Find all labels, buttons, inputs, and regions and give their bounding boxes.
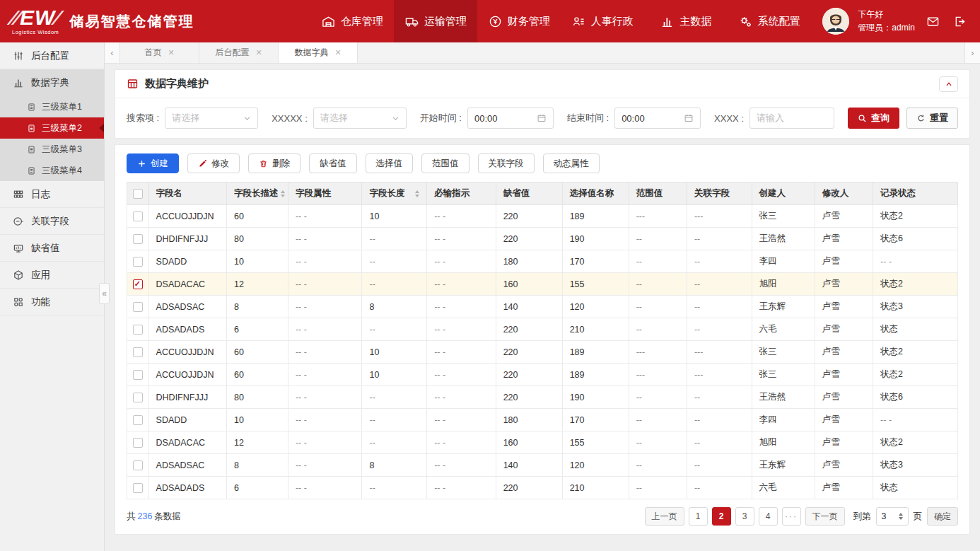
confirm-button[interactable]: 确定 xyxy=(927,507,958,526)
warehouse-icon xyxy=(322,15,335,28)
sidebar-subitem-menu4[interactable]: 三级菜单4 xyxy=(0,160,104,181)
table-cell: 状态2 xyxy=(873,273,958,296)
nav-item-finance[interactable]: 财务管理 xyxy=(477,0,561,42)
close-icon[interactable]: ✕ xyxy=(168,48,174,57)
table-cell: DHDIFNFJJJ xyxy=(148,228,226,250)
reset-button[interactable]: 重置 xyxy=(906,108,958,129)
tab-scroll-left[interactable]: ‹ xyxy=(105,42,120,63)
logout-button[interactable] xyxy=(950,12,969,30)
page-ellipsis[interactable]: ··· xyxy=(782,507,801,526)
column-header[interactable]: 创建人 xyxy=(752,182,815,205)
data-table: 字段名 字段长描述 字段属性 字段长度 必输指示 缺省值 选择值名称 范围值 关… xyxy=(127,182,958,499)
sidebar-subitem-menu2[interactable]: 三级菜单2 xyxy=(0,117,104,139)
row-checkbox[interactable] xyxy=(133,393,143,402)
default-value-button[interactable]: 缺省值 xyxy=(309,153,357,173)
nav-item-hr[interactable]: 人事行政 xyxy=(561,0,644,42)
close-icon[interactable]: ✕ xyxy=(334,48,341,57)
column-header[interactable]: 必输指示 xyxy=(427,182,496,205)
row-checkbox[interactable] xyxy=(133,460,143,470)
tab-label: 数据字典 xyxy=(294,47,328,59)
start-time-field: 开始时间 : 00:00 xyxy=(420,108,554,129)
tab-scroll-right[interactable]: › xyxy=(964,42,980,63)
page-button-1[interactable]: 1 xyxy=(689,507,708,526)
create-button[interactable]: 创建 xyxy=(127,153,179,173)
page-button-3[interactable]: 3 xyxy=(735,507,754,526)
column-header[interactable]: 字段长度 xyxy=(362,182,427,205)
table-cell: 170 xyxy=(562,409,629,431)
query-button[interactable]: 查询 xyxy=(848,108,899,129)
tab-backend-config[interactable]: 后台配置 ✕ xyxy=(199,42,279,63)
sidebar-subitem-menu1[interactable]: 三级菜单1 xyxy=(0,96,104,117)
row-checkbox[interactable] xyxy=(133,325,143,335)
column-header[interactable]: 记录状态 xyxy=(873,182,958,205)
page-number-stepper[interactable]: 3 xyxy=(876,507,909,526)
close-icon[interactable]: ✕ xyxy=(255,48,262,57)
start-time-input[interactable]: 00:00 xyxy=(467,108,554,129)
stepper-arrows-icon[interactable] xyxy=(899,513,903,520)
row-checkbox[interactable] xyxy=(133,347,143,357)
column-header[interactable]: 范围值 xyxy=(629,182,687,205)
select-all-checkbox[interactable] xyxy=(133,189,143,199)
nav-item-transport[interactable]: 运输管理 xyxy=(394,0,477,42)
row-checkbox[interactable] xyxy=(133,257,143,267)
app-title: 储易智慧仓储管理 xyxy=(69,12,194,31)
row-checkbox-cell xyxy=(127,431,149,454)
end-time-input[interactable]: 00:00 xyxy=(614,108,701,129)
nav-item-masterdata[interactable]: 主数据 xyxy=(644,0,728,42)
table-cell: -- xyxy=(629,409,687,431)
row-checkbox[interactable] xyxy=(133,370,143,380)
sidebar-subitem-menu3[interactable]: 三级菜单3 xyxy=(0,139,104,160)
tab-home[interactable]: 首页 ✕ xyxy=(120,42,199,63)
sidebar-item-functions[interactable]: 功能 xyxy=(0,289,104,315)
delete-button[interactable]: 删除 xyxy=(248,153,301,173)
modify-button[interactable]: 修改 xyxy=(187,153,240,173)
row-checkbox[interactable] xyxy=(133,211,143,221)
row-checkbox[interactable] xyxy=(133,415,143,425)
column-header[interactable]: 字段名 xyxy=(148,182,226,205)
sidebar-item-logs[interactable]: 日志 xyxy=(0,181,104,208)
column-header[interactable]: 选择值名称 xyxy=(562,182,629,205)
column-header[interactable]: 字段长描述 xyxy=(226,182,288,205)
nav-item-warehouse[interactable]: 仓库管理 xyxy=(310,0,394,42)
table-cell: 王东辉 xyxy=(752,454,815,477)
xxxx-input[interactable]: 请输入 xyxy=(749,108,834,129)
row-checkbox[interactable] xyxy=(133,438,143,448)
sidebar-item-data-dictionary[interactable]: 数据字典 xyxy=(0,69,104,96)
next-page-button[interactable]: 下一页 xyxy=(805,507,845,526)
default-value-label: 缺省值 xyxy=(320,158,346,170)
app-icon xyxy=(13,269,24,281)
table-cell: -- xyxy=(629,431,687,454)
sidebar-item-backend-config[interactable]: 后台配置 xyxy=(0,42,104,69)
sidebar-collapse-handle[interactable]: « xyxy=(99,283,110,304)
table-cell: -- xyxy=(687,431,752,454)
related-field-button[interactable]: 关联字段 xyxy=(478,153,535,173)
prev-page-button[interactable]: 上一页 xyxy=(645,507,684,526)
page-button-2[interactable]: 2 xyxy=(712,507,731,526)
column-header[interactable]: 关联字段 xyxy=(687,182,752,205)
row-checkbox[interactable] xyxy=(133,234,143,244)
main-area: ‹ 首页 ✕ 后台配置 ✕ 数据字典 ✕ › xyxy=(105,42,980,551)
row-checkbox[interactable] xyxy=(133,483,143,493)
sidebar-item-application[interactable]: 应用 xyxy=(0,262,104,289)
sidebar-item-default-value[interactable]: 缺省值 xyxy=(0,235,104,262)
table-cell: 160 xyxy=(496,273,562,296)
avatar[interactable] xyxy=(822,8,849,35)
sort-icon[interactable] xyxy=(281,190,285,197)
range-value-button[interactable]: 范围值 xyxy=(421,153,469,173)
nav-item-sysconfig[interactable]: 系统配置 xyxy=(728,0,811,42)
column-header[interactable]: 缺省值 xyxy=(496,182,562,205)
sort-icon[interactable] xyxy=(415,190,419,197)
dynamic-attr-button[interactable]: 动态属性 xyxy=(543,153,600,173)
select-value-button[interactable]: 选择值 xyxy=(366,153,414,173)
row-checkbox[interactable] xyxy=(133,302,143,312)
xxxxx-select[interactable]: 请选择 xyxy=(313,108,407,129)
row-checkbox[interactable] xyxy=(133,279,143,289)
column-header[interactable]: 字段属性 xyxy=(288,182,362,205)
page-button-4[interactable]: 4 xyxy=(759,507,778,526)
panel-collapse-button[interactable] xyxy=(939,76,958,92)
sidebar-item-related-fields[interactable]: 关联字段 xyxy=(0,208,104,235)
search-item-select[interactable]: 请选择 xyxy=(165,108,258,129)
mail-button[interactable] xyxy=(923,12,942,30)
tab-data-dictionary[interactable]: 数据字典 ✕ xyxy=(279,42,358,63)
column-header[interactable]: 修改人 xyxy=(815,182,873,205)
